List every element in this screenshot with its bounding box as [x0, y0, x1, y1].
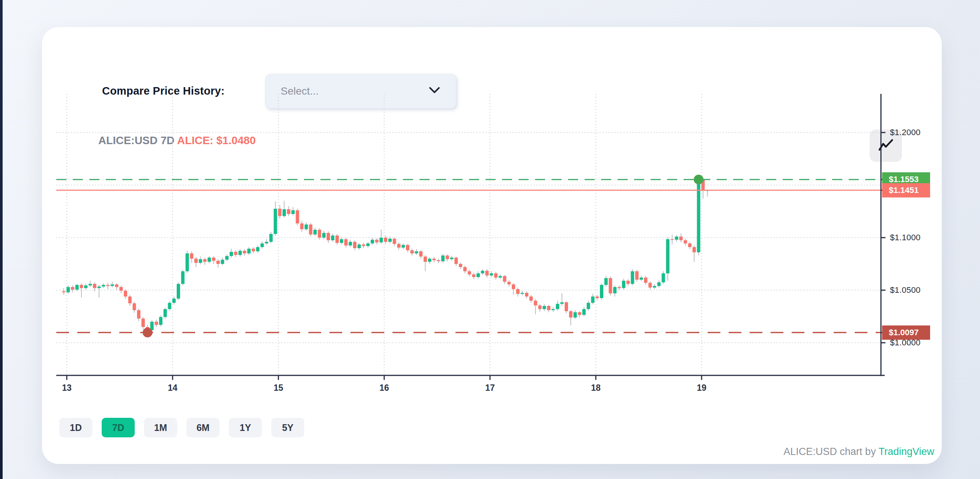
last-price-badge: $1.1451	[882, 183, 930, 198]
window-edge-strip	[0, 0, 3, 479]
y-axis-label: $1.1000	[890, 233, 921, 243]
range-button-1y[interactable]: 1Y	[229, 418, 262, 437]
x-axis-label: 14	[161, 383, 184, 393]
x-axis-label: 13	[56, 383, 78, 393]
page: { "compare": { "label": "Compare Price H…	[0, 0, 980, 479]
select-placeholder: Select...	[281, 85, 318, 97]
range-button-row: 1D 7D 1M 6M 1Y 5Y	[59, 418, 304, 437]
attribution-text: ALICE:USD chart by	[783, 446, 878, 457]
compare-price-history-label: Compare Price History:	[102, 85, 225, 97]
attribution: ALICE:USD chart by TradingView	[783, 446, 934, 458]
low-price-badge: $1.0097	[882, 326, 930, 340]
trending-line-icon	[877, 138, 894, 154]
x-axis-label: 16	[373, 383, 395, 393]
chart-legend: ALICE:USD 7D ALICE: $1.0480	[98, 134, 256, 147]
chevron-down-icon	[429, 87, 440, 96]
range-button-7d[interactable]: 7D	[102, 418, 135, 437]
x-axis-label: 18	[585, 383, 607, 393]
legend-price: ALICE: $1.0480	[177, 134, 256, 146]
compare-select[interactable]: Select...	[265, 74, 456, 109]
range-button-1d[interactable]: 1D	[59, 418, 92, 437]
range-button-1m[interactable]: 1M	[144, 418, 177, 437]
y-axis-label: $1.0500	[890, 285, 921, 295]
x-axis-label: 19	[690, 383, 713, 393]
x-axis-label: 15	[267, 383, 290, 393]
range-button-5y[interactable]: 5Y	[271, 418, 304, 437]
chart-card: Compare Price History: Select... ALICE:U…	[42, 27, 942, 464]
range-button-6m[interactable]: 6M	[186, 418, 220, 437]
legend-symbol: ALICE:USD 7D	[98, 134, 175, 146]
y-axis-label: $1.2000	[890, 128, 921, 137]
x-axis-label: 17	[479, 383, 501, 393]
tradingview-link[interactable]: TradingView	[878, 446, 934, 457]
